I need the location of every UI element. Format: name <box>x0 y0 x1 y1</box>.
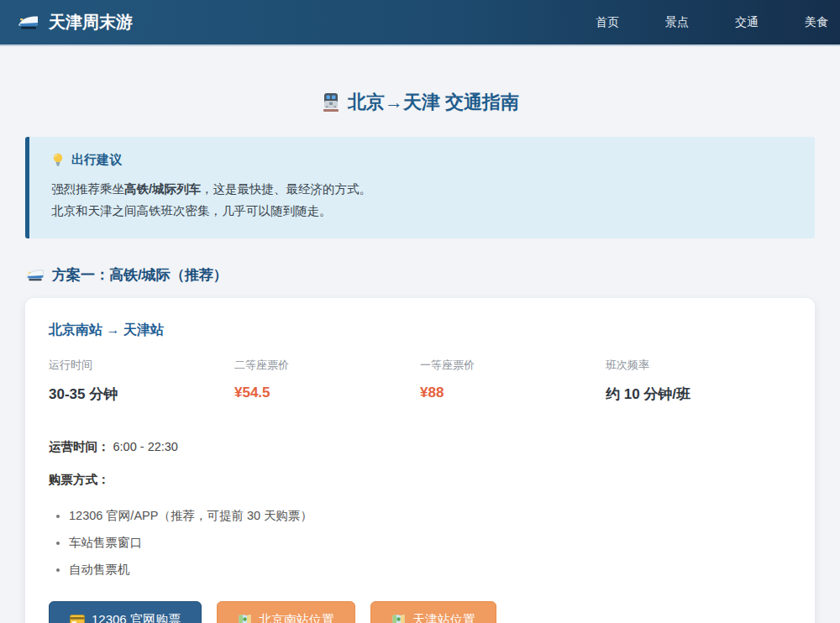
route-title: 北京南站 → 天津站 <box>49 322 791 339</box>
section-heading-text: 方案一：高铁/城际（推荐） <box>52 265 228 285</box>
operating-hours-label: 运营时间： <box>49 440 110 453</box>
stat-label: 一等座票价 <box>420 358 606 373</box>
stat-value: ¥88 <box>420 385 444 400</box>
ticket-12306-button[interactable]: 12306 官网购票 <box>49 601 202 623</box>
stat-second-class-price: 二等座票价 ¥54.5 <box>234 358 420 404</box>
top-navbar: 天津周末游 首页 景点 交通 美食 <box>0 0 840 46</box>
bullet-train-icon <box>25 268 45 283</box>
beijing-south-station-map-button[interactable]: 北京南站位置 <box>217 601 355 623</box>
operating-hours-value: 6:00 - 22:30 <box>113 440 178 453</box>
list-item: 车站售票窗口 <box>69 535 791 551</box>
lightbulb-icon <box>51 153 65 167</box>
page-title: 北京→天津 交通指南 <box>25 90 815 115</box>
button-label: 天津站位置 <box>412 612 475 623</box>
tianjin-station-map-button[interactable]: 天津站位置 <box>370 601 496 623</box>
stat-value: 约 10 分钟/班 <box>606 386 690 402</box>
map-icon <box>238 614 252 623</box>
nav-item-attractions[interactable]: 景点 <box>665 15 689 29</box>
main-nav: 首页 景点 交通 美食 <box>596 14 828 30</box>
action-buttons: 12306 官网购票 北京南站位置 <box>49 601 791 623</box>
page-title-text: 北京→天津 交通指南 <box>348 90 519 115</box>
tip-line1-prefix: 强烈推荐乘坐 <box>51 182 124 196</box>
tip-body: 强烈推荐乘坐高铁/城际列车，这是最快捷、最经济的方式。 北京和天津之间高铁班次密… <box>51 178 793 222</box>
button-label: 12306 官网购票 <box>92 612 181 623</box>
purchase-methods-heading: 购票方式： <box>49 472 791 488</box>
stat-label: 运行时间 <box>49 358 234 373</box>
tip-title: 出行建议 <box>51 152 793 168</box>
list-item: 自动售票机 <box>69 562 791 578</box>
list-item: 12306 官网/APP（推荐，可提前 30 天购票） <box>69 508 791 524</box>
purchase-methods-label: 购票方式： <box>49 473 110 486</box>
stat-value: 30-35 分钟 <box>49 386 118 402</box>
nav-item-transport[interactable]: 交通 <box>735 15 759 29</box>
purchase-methods-list: 12306 官网/APP（推荐，可提前 30 天购票） 车站售票窗口 自动售票机 <box>49 508 791 578</box>
main-content: 北京→天津 交通指南 出行建议 强烈推荐乘坐高铁/城际列车，这是最快捷、最经济的… <box>25 90 815 623</box>
button-label: 北京南站位置 <box>259 612 334 623</box>
travel-tip-box: 出行建议 强烈推荐乘坐高铁/城际列车，这是最快捷、最经济的方式。 北京和天津之间… <box>25 137 815 238</box>
stat-label: 二等座票价 <box>234 358 420 373</box>
nav-item-food[interactable]: 美食 <box>805 15 828 29</box>
tip-title-text: 出行建议 <box>71 152 122 168</box>
map-icon <box>391 614 406 623</box>
bullet-train-icon <box>17 14 40 31</box>
station-train-icon <box>321 92 341 113</box>
tip-line1-suffix: ，这是最快捷、最经济的方式。 <box>201 182 371 196</box>
section-heading-plan1: 方案一：高铁/城际（推荐） <box>25 265 815 285</box>
tip-line1-bold: 高铁/城际列车 <box>124 182 201 196</box>
credit-card-icon <box>70 615 85 623</box>
train-plan-card: 北京南站 → 天津站 运行时间 30-35 分钟 二等座票价 ¥54.5 一等座… <box>25 298 815 623</box>
site-logo[interactable]: 天津周末游 <box>17 11 133 34</box>
stat-duration: 运行时间 30-35 分钟 <box>49 358 234 404</box>
tip-line2: 北京和天津之间高铁班次密集，几乎可以随到随走。 <box>51 204 332 217</box>
stat-first-class-price: 一等座票价 ¥88 <box>420 358 606 404</box>
stats-grid: 运行时间 30-35 分钟 二等座票价 ¥54.5 一等座票价 ¥88 班次频率… <box>49 358 791 404</box>
stat-label: 班次频率 <box>606 358 791 373</box>
operating-hours: 运营时间： 6:00 - 22:30 <box>49 439 791 455</box>
site-title: 天津周末游 <box>49 11 133 34</box>
stat-frequency: 班次频率 约 10 分钟/班 <box>606 358 791 404</box>
stat-value: ¥54.5 <box>234 385 270 400</box>
nav-item-home[interactable]: 首页 <box>596 15 619 29</box>
